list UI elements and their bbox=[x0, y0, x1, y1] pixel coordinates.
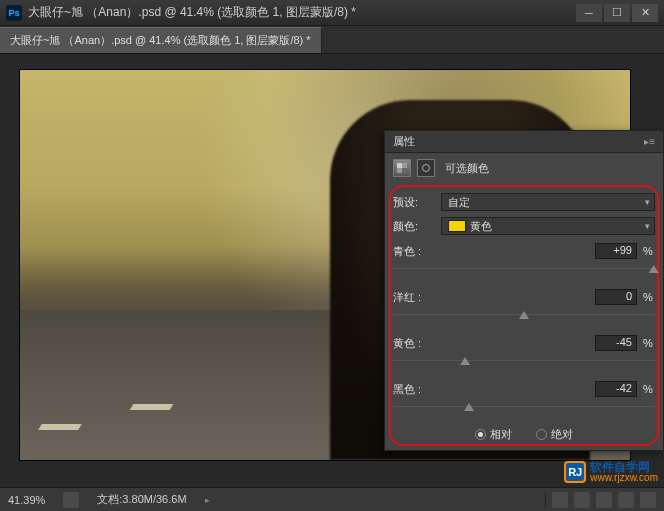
slider-track[interactable] bbox=[393, 401, 655, 413]
method-radios: 相对 绝对 bbox=[393, 427, 655, 442]
slider-label: 黄色 : bbox=[393, 336, 595, 351]
preset-dropdown[interactable]: 自定 ▾ bbox=[441, 193, 655, 211]
slider-value-input[interactable]: -42 bbox=[595, 381, 637, 397]
chevron-down-icon: ▾ bbox=[645, 197, 650, 207]
adjustment-header: 可选颜色 bbox=[385, 153, 663, 183]
radio-absolute[interactable]: 绝对 bbox=[536, 427, 573, 442]
preset-label: 预设: bbox=[393, 195, 435, 210]
document-tab-bar: 大眼仔~旭 （Anan）.psd @ 41.4% (选取颜色 1, 图层蒙版/8… bbox=[0, 26, 664, 54]
radio-relative[interactable]: 相对 bbox=[475, 427, 512, 442]
selective-color-icon[interactable] bbox=[393, 159, 411, 177]
percent-label: % bbox=[643, 291, 655, 303]
watermark-url: www.rjzxw.com bbox=[590, 473, 658, 483]
panel-menu-icon[interactable]: ▸≡ bbox=[644, 136, 655, 147]
photoshop-icon: Ps bbox=[6, 5, 22, 21]
panel-tab-bar: 属性 ▸≡ bbox=[385, 131, 663, 153]
color-value: 黄色 bbox=[470, 219, 492, 234]
adjustment-footer-icon[interactable] bbox=[552, 492, 568, 508]
slider-thumb[interactable] bbox=[464, 403, 474, 411]
mask-icon[interactable] bbox=[417, 159, 435, 177]
window-titlebar: Ps 大眼仔~旭 （Anan）.psd @ 41.4% (选取颜色 1, 图层蒙… bbox=[0, 0, 664, 26]
doc-size: 文档:3.80M/36.6M bbox=[97, 492, 186, 507]
slider-label: 洋红 : bbox=[393, 290, 595, 305]
clip-icon[interactable] bbox=[618, 492, 634, 508]
status-icon[interactable] bbox=[63, 492, 79, 508]
slider-thumb[interactable] bbox=[519, 311, 529, 319]
window-title: 大眼仔~旭 （Anan）.psd @ 41.4% (选取颜色 1, 图层蒙版/8… bbox=[28, 4, 576, 21]
slider-track[interactable] bbox=[393, 263, 655, 275]
adjustment-title: 可选颜色 bbox=[445, 161, 489, 176]
slider-thumb[interactable] bbox=[649, 265, 659, 273]
slider-label: 黑色 : bbox=[393, 382, 595, 397]
percent-label: % bbox=[643, 245, 655, 257]
visibility-icon[interactable] bbox=[596, 492, 612, 508]
radio-dot-icon bbox=[475, 429, 486, 440]
document-tab[interactable]: 大眼仔~旭 （Anan）.psd @ 41.4% (选取颜色 1, 图层蒙版/8… bbox=[0, 27, 322, 53]
slider-row: 青色 :+99% bbox=[393, 243, 655, 275]
preset-value: 自定 bbox=[448, 195, 470, 210]
chevron-right-icon[interactable]: ▸ bbox=[205, 495, 210, 505]
slider-row: 黄色 :-45% bbox=[393, 335, 655, 367]
color-label: 颜色: bbox=[393, 219, 435, 234]
svg-rect-2 bbox=[402, 168, 407, 173]
preset-row: 预设: 自定 ▾ bbox=[393, 193, 655, 211]
slider-row: 洋红 :0% bbox=[393, 289, 655, 321]
properties-panel: 属性 ▸≡ 可选颜色 预设: 自定 ▾ 颜色: 黄色 ▾ 青色 :+99%洋红 … bbox=[384, 130, 664, 451]
color-swatch bbox=[448, 220, 466, 232]
slider-thumb[interactable] bbox=[460, 357, 470, 365]
radio-absolute-label: 绝对 bbox=[551, 427, 573, 442]
slider-value-input[interactable]: -45 bbox=[595, 335, 637, 351]
slider-track[interactable] bbox=[393, 355, 655, 367]
chevron-down-icon: ▾ bbox=[645, 221, 650, 231]
minimize-button[interactable]: ─ bbox=[576, 4, 602, 22]
divider bbox=[545, 493, 546, 507]
maximize-button[interactable]: ☐ bbox=[604, 4, 630, 22]
status-bar: 41.39% 文档:3.80M/36.6M ▸ bbox=[0, 487, 664, 511]
color-dropdown[interactable]: 黄色 ▾ bbox=[441, 217, 655, 235]
zoom-level[interactable]: 41.39% bbox=[8, 494, 45, 506]
trash-icon[interactable] bbox=[640, 492, 656, 508]
slider-track[interactable] bbox=[393, 309, 655, 321]
slider-row: 黑色 :-42% bbox=[393, 381, 655, 413]
svg-rect-1 bbox=[397, 163, 402, 168]
percent-label: % bbox=[643, 383, 655, 395]
panel-tab-properties[interactable]: 属性 bbox=[393, 134, 415, 149]
radio-relative-label: 相对 bbox=[490, 427, 512, 442]
close-button[interactable]: ✕ bbox=[632, 4, 658, 22]
radio-dot-icon bbox=[536, 429, 547, 440]
slider-value-input[interactable]: +99 bbox=[595, 243, 637, 259]
percent-label: % bbox=[643, 337, 655, 349]
slider-value-input[interactable]: 0 bbox=[595, 289, 637, 305]
color-row: 颜色: 黄色 ▾ bbox=[393, 217, 655, 235]
slider-label: 青色 : bbox=[393, 244, 595, 259]
watermark: RJ 软件自学网 www.rjzxw.com bbox=[564, 461, 658, 483]
reset-icon[interactable] bbox=[574, 492, 590, 508]
watermark-logo: RJ bbox=[564, 461, 586, 483]
